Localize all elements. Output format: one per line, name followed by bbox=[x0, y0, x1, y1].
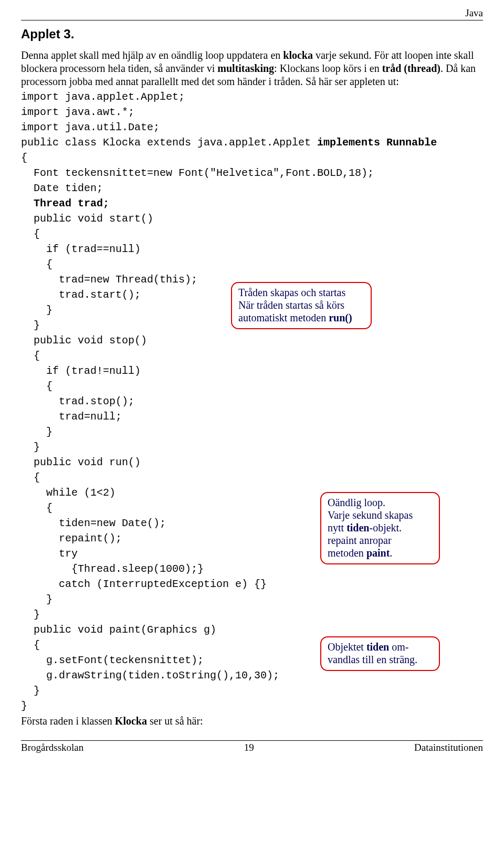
code-text: public class Klocka extends java.applet.… bbox=[21, 137, 317, 149]
code-line: Thread trad; bbox=[21, 197, 483, 210]
intro-text: Denna applet skall med hjälp av en oändl… bbox=[21, 49, 283, 61]
intro-bold-klocka: klocka bbox=[283, 49, 313, 61]
code-line: { bbox=[21, 227, 483, 240]
code-line: import java.applet.Applet; bbox=[21, 90, 483, 103]
callout-tiden-tostring: Objektet tiden om- vandlas till en strän… bbox=[320, 636, 440, 671]
rule-bottom bbox=[21, 740, 483, 741]
callout-thread-start: Tråden skapas och startas När tråden sta… bbox=[231, 282, 372, 329]
code-line: public void run() bbox=[21, 456, 483, 469]
rule-top bbox=[21, 20, 483, 20]
intro-bold-thread: tråd (thread) bbox=[382, 62, 440, 74]
callout-line: repaint anropar bbox=[328, 534, 392, 546]
code-line: } bbox=[21, 684, 483, 697]
callout-line: Oändlig loop. bbox=[328, 497, 385, 508]
callout-line: Tråden skapas och startas bbox=[238, 287, 345, 298]
code-text bbox=[21, 197, 34, 209]
code-line: } bbox=[21, 608, 483, 621]
code-line: } bbox=[21, 593, 483, 606]
intro-text: : Klockans loop körs i en bbox=[274, 62, 382, 74]
code-line: trad=null; bbox=[21, 410, 483, 423]
callout-line: När tråden startas så körs bbox=[238, 299, 344, 311]
bottom-text: ser ut så här: bbox=[147, 715, 203, 727]
code-line: { bbox=[21, 380, 483, 393]
code-line: import java.awt.*; bbox=[21, 106, 483, 119]
bottom-text: Första raden i klassen bbox=[21, 715, 115, 727]
page-title: Applet 3. bbox=[21, 27, 483, 41]
intro-bold-multitasking: multitasking bbox=[217, 62, 274, 74]
footer-right: Datainstitutionen bbox=[414, 742, 483, 753]
code-bold: implements Runnable bbox=[317, 137, 437, 149]
code-line: { bbox=[21, 349, 483, 362]
callout-line: Varje sekund skapas bbox=[328, 509, 413, 521]
code-line: } bbox=[21, 699, 483, 712]
code-bold: Thread trad; bbox=[34, 197, 109, 209]
code-line: if (trad!=null) bbox=[21, 364, 483, 378]
intro-paragraph: Denna applet skall med hjälp av en oändl… bbox=[21, 49, 483, 88]
bottom-bold-klocka: Klocka bbox=[115, 715, 147, 727]
callout-line: vandlas till en sträng. bbox=[328, 654, 417, 665]
code-line: public void start() bbox=[21, 212, 483, 225]
code-line: public void stop() bbox=[21, 334, 483, 347]
page-footer: Brogårdsskolan 19 Datainstitutionen bbox=[21, 742, 483, 753]
code-line: catch (InterruptedException e) {} bbox=[21, 578, 483, 591]
footer-page-number: 19 bbox=[244, 742, 254, 753]
code-line: { bbox=[21, 258, 483, 271]
code-line: public class Klocka extends java.applet.… bbox=[21, 136, 483, 149]
code-line: trad.stop(); bbox=[21, 395, 483, 408]
code-line: Font teckensnittet=new Font("Helvetica",… bbox=[21, 166, 483, 180]
callout-line: metoden paint. bbox=[328, 547, 392, 559]
code-line: Date tiden; bbox=[21, 182, 483, 195]
callout-line: nytt tiden-objekt. bbox=[328, 522, 402, 533]
code-line: import java.util.Date; bbox=[21, 121, 483, 134]
header-topright: Java bbox=[21, 7, 483, 19]
callout-line: automatiskt metoden run() bbox=[238, 312, 352, 323]
code-line: } bbox=[21, 425, 483, 438]
code-line: public void paint(Graphics g) bbox=[21, 623, 483, 636]
code-line: { bbox=[21, 471, 483, 484]
callout-line: Objektet tiden om- bbox=[328, 641, 408, 653]
code-line: if (trad==null) bbox=[21, 243, 483, 256]
bottom-paragraph: Första raden i klassen Klocka ser ut så … bbox=[21, 715, 483, 728]
footer-left: Brogårdsskolan bbox=[21, 742, 83, 753]
callout-infinite-loop: Oändlig loop. Varje sekund skapas nytt t… bbox=[320, 492, 440, 564]
code-line: } bbox=[21, 441, 483, 454]
code-line: { bbox=[21, 151, 483, 164]
